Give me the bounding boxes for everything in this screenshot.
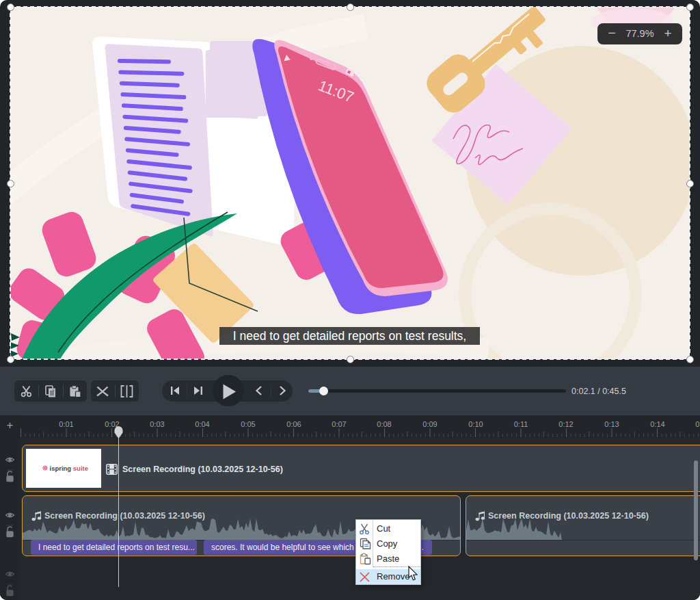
svg-text:0:08: 0:08 xyxy=(377,420,391,428)
svg-text:0:01: 0:01 xyxy=(59,420,73,428)
svg-text:0:09: 0:09 xyxy=(422,420,437,428)
svg-text:0:06: 0:06 xyxy=(286,420,301,428)
svg-text:0:14: 0:14 xyxy=(650,420,664,428)
svg-text:0:12: 0:12 xyxy=(558,420,573,428)
svg-text:0:05: 0:05 xyxy=(241,420,255,428)
svg-text:0:03: 0:03 xyxy=(150,420,164,428)
svg-text:0:13: 0:13 xyxy=(604,420,619,428)
svg-text:0:04: 0:04 xyxy=(195,420,209,428)
svg-text:0:07: 0:07 xyxy=(332,420,346,428)
svg-text:0:10: 0:10 xyxy=(468,420,483,428)
svg-text:0:15: 0:15 xyxy=(695,420,700,428)
svg-text:ispring suite: ispring suite xyxy=(50,465,88,472)
svg-text:0:11: 0:11 xyxy=(514,420,528,428)
